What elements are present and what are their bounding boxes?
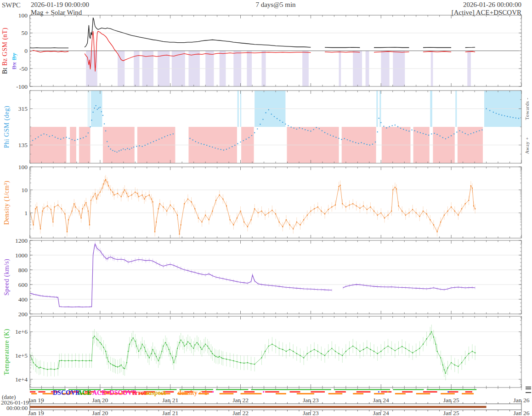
svg-text:Jan 22: Jan 22 (232, 397, 249, 404)
svg-text:315: 315 (18, 105, 28, 112)
svg-text:Jan 23: Jan 23 (303, 397, 319, 404)
legend-dscovr: DSCOVR (53, 389, 80, 397)
by-label: By (11, 53, 18, 60)
y-axis-label-temperature: Temperature (K) (3, 316, 11, 388)
svg-text:100: 100 (18, 164, 28, 171)
svg-text:Jan 23: Jan 23 (303, 410, 319, 416)
svg-text:Jan 19: Jan 19 (28, 397, 44, 404)
svg-text:1: 1 (24, 210, 28, 217)
svg-text:1e+5: 1e+5 (15, 352, 28, 359)
svg-text:Jan 21: Jan 21 (162, 410, 178, 416)
svg-text:50: 50 (22, 29, 28, 36)
svg-text:Jan 25: Jan 25 (443, 397, 459, 404)
y-axis-label-mag: Bt Bz GSM (nT) (1, 15, 9, 86)
plot-canvas: 100500-50-100315135100101120010008006004… (0, 0, 532, 416)
svg-text:800: 800 (18, 267, 28, 274)
menu-icon[interactable] (526, 387, 531, 393)
y-axis-label-phi: Phi GSM (deg) (3, 91, 11, 163)
svg-text:1e+4: 1e+4 (15, 376, 28, 383)
bt-label: Bt (1, 68, 9, 74)
svg-text:Jan 22: Jan 22 (232, 410, 249, 416)
svg-text:400: 400 (18, 296, 28, 303)
svg-text:600: 600 (18, 281, 28, 288)
legend-ace: ACE (78, 389, 91, 397)
away-sector-label: Away + (524, 128, 530, 163)
svg-text:-100: -100 (16, 83, 28, 90)
svg-text:1200: 1200 (15, 237, 28, 244)
svg-text:Jan 21: Jan 21 (162, 397, 178, 404)
svg-text:-50: -50 (19, 65, 28, 72)
bx-label: Bx (11, 62, 18, 69)
svg-text:Jan 26: Jan 26 (514, 397, 530, 404)
svg-text:0: 0 (24, 47, 28, 54)
svg-text:Jan 24: Jan 24 (373, 410, 389, 416)
svg-text:1e+6: 1e+6 (15, 328, 28, 335)
svg-text:1000: 1000 (15, 252, 28, 259)
svg-text:10: 10 (22, 187, 28, 194)
legend-density-lt-1: density < 1 (178, 389, 208, 397)
svg-text:135: 135 (18, 142, 28, 148)
legend-error: error (132, 389, 147, 397)
legend-suspect: suspect (146, 389, 166, 397)
y-axis-label-speed: Speed (km/s) (3, 240, 11, 314)
y-axis-label-density: Density (1/cm³) (3, 167, 11, 238)
svg-text:Jan 26: Jan 26 (514, 410, 530, 416)
swpc-solar-wind-plot: SWPC 2026-01-19 00:00:00 Mag + Solar Win… (0, 0, 532, 416)
time-value: 00:00:00 (6, 405, 28, 412)
svg-text:Jan 20: Jan 20 (92, 410, 108, 416)
svg-text:Jan 24: Jan 24 (373, 397, 389, 404)
svg-text:Jan 25: Jan 25 (443, 410, 459, 416)
svg-text:200: 200 (18, 311, 28, 318)
legend-ace-dscovr: ACE+DSCOVR (92, 389, 137, 397)
towards-sector-label: Towards - (524, 91, 530, 126)
svg-text:100: 100 (18, 12, 28, 19)
y-axis-label-bx-by: Bx By (11, 40, 18, 82)
svg-text:Jan 19: Jan 19 (28, 410, 44, 416)
svg-text:Jan 20: Jan 20 (92, 397, 108, 404)
bz-label: Bz GSM (nT) (1, 28, 9, 66)
